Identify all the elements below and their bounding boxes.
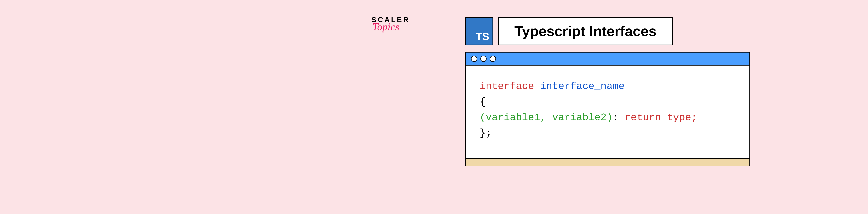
code-line: (variable1, variable2): return type; (479, 110, 736, 126)
ts-badge-label: TS (476, 30, 489, 42)
interface-name: interface_name (540, 81, 625, 92)
return-type: type; (661, 112, 697, 123)
title-box: Typescript Interfaces (498, 17, 673, 45)
brace-open: { (479, 96, 486, 108)
window-footer-bar (466, 158, 749, 166)
brace-close: }; (479, 128, 492, 139)
keyword-interface: interface (479, 81, 534, 92)
window-dot-icon (490, 56, 496, 62)
colon: : (613, 112, 625, 123)
code-body: interface interface_name { (variable1, v… (466, 66, 749, 158)
window-dot-icon (471, 56, 477, 62)
page-title: Typescript Interfaces (515, 23, 656, 39)
code-line: { (479, 94, 736, 110)
banner-container: SCALER Topics TS Typescript Interfaces i… (394, 17, 741, 166)
params: (variable1, variable2) (479, 112, 613, 123)
typescript-badge-icon: TS (465, 17, 493, 45)
code-window: interface interface_name { (variable1, v… (465, 52, 750, 166)
header-row: TS Typescript Interfaces (465, 17, 741, 45)
window-titlebar (466, 52, 749, 66)
return-keyword: return (625, 112, 661, 123)
scaler-topics-logo: SCALER Topics (372, 15, 410, 33)
window-dot-icon (480, 56, 487, 62)
code-line: }; (479, 126, 736, 141)
code-line: interface interface_name (479, 78, 736, 94)
logo-topics-text: Topics (372, 21, 399, 33)
